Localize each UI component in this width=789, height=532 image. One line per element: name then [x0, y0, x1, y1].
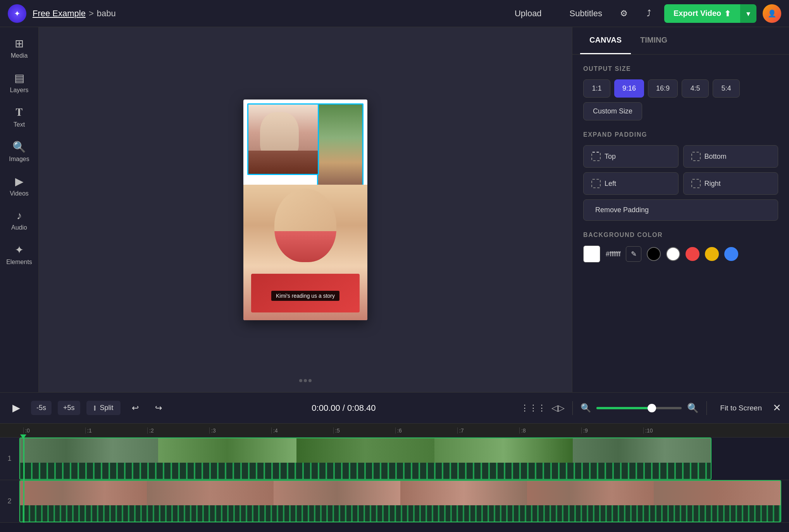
- size-btn-5-4[interactable]: 5:4: [713, 79, 740, 98]
- ruler-mark-5: :5: [333, 427, 395, 434]
- padding-left-label: Left: [605, 180, 616, 188]
- sidebar-label-text: Text: [14, 121, 25, 128]
- clip-2-waveform: [20, 505, 780, 522]
- clip-thumb-5: [573, 438, 711, 463]
- color-swatch-white[interactable]: [666, 247, 680, 261]
- ruler-mark-4: :4: [271, 427, 333, 434]
- breadcrumb-current: babu: [97, 9, 116, 19]
- split-button[interactable]: ⫿ Split: [86, 401, 121, 415]
- clip-thumb-4: [434, 438, 572, 463]
- padding-right-label: Right: [705, 180, 721, 188]
- padding-left-button[interactable]: Left: [583, 172, 679, 195]
- track-2-content: [19, 480, 789, 522]
- timeline: :0 :1 :2 :3 :4 :5 :6 :7 :8 :9 :10 1: [0, 424, 789, 532]
- tab-timing[interactable]: TIMING: [631, 27, 677, 54]
- export-dropdown-button[interactable]: ▾: [740, 4, 756, 23]
- split-label: Split: [100, 404, 114, 412]
- size-btn-1-1[interactable]: 1:1: [583, 79, 610, 98]
- sidebar-item-layers[interactable]: ▤ Layers: [2, 66, 37, 99]
- clip-thumb-2: [158, 438, 296, 463]
- video-preview[interactable]: Kimi's reading us a story: [243, 100, 367, 320]
- time-display: 0:00.00 / 0:08.40: [173, 403, 515, 413]
- text-icon: 𝐓: [16, 106, 23, 119]
- sidebar-item-videos[interactable]: ▶ Videos: [2, 170, 37, 203]
- color-swatch-red[interactable]: [686, 247, 699, 261]
- upload-button[interactable]: Upload: [508, 5, 548, 22]
- eyedropper-button[interactable]: ✎: [626, 246, 641, 262]
- export-video-button[interactable]: Export Video ⬆: [664, 4, 740, 23]
- zoom-out-button[interactable]: 🔍: [581, 403, 591, 413]
- output-size-label: OUTPUT SIZE: [583, 65, 778, 72]
- fit-to-screen-button[interactable]: Fit to Screen: [715, 401, 767, 415]
- sidebar-label-elements: Elements: [6, 259, 32, 266]
- remove-padding-label: Remove Padding: [595, 206, 649, 214]
- waveform-path-2: [20, 505, 780, 522]
- resize-handle[interactable]: [299, 379, 312, 382]
- remove-padding-button[interactable]: Remove Padding: [583, 199, 778, 221]
- settings-button[interactable]: ⚙: [615, 4, 633, 23]
- padding-top-label: Top: [605, 153, 616, 161]
- padding-bottom-button[interactable]: Bottom: [683, 145, 779, 168]
- bottom-area: ▶ -5s +5s ⫿ Split ↩ ↪ 0:00.00 / 0:08.40 …: [0, 392, 789, 532]
- ruler-mark-1: :1: [85, 427, 147, 434]
- size-btn-9-16[interactable]: 9:16: [614, 79, 644, 98]
- track-2-clip[interactable]: [19, 480, 781, 522]
- sidebar-item-audio[interactable]: ♪ Audio: [2, 204, 37, 237]
- sidebar-item-media[interactable]: ⊞ Media: [2, 32, 37, 65]
- custom-size-button[interactable]: Custom Size: [583, 102, 642, 120]
- sidebar-item-images[interactable]: 🔍 Images: [2, 135, 37, 168]
- slide-mode-icon[interactable]: ◁▷: [551, 403, 565, 413]
- color-preview[interactable]: [583, 245, 600, 263]
- sidebar-item-text[interactable]: 𝐓 Text: [2, 101, 37, 134]
- playhead[interactable]: [23, 438, 24, 523]
- user-avatar[interactable]: 👤: [763, 4, 781, 23]
- panel-tabs: CANVAS TIMING: [572, 27, 789, 55]
- track-1-content: [19, 438, 789, 480]
- track-1: 1: [0, 438, 789, 480]
- clip-thumb-baby-5: [527, 481, 654, 505]
- ripple-mode-icon[interactable]: ⋮⋮⋮: [520, 403, 546, 413]
- waveform-path-1: [20, 463, 711, 479]
- color-swatch-yellow[interactable]: [705, 247, 719, 261]
- ruler-mark-3: :3: [209, 427, 271, 434]
- total-time-value: / 0:08.40: [343, 403, 376, 413]
- share-button[interactable]: ⤴: [639, 4, 658, 23]
- padding-right-button[interactable]: Right: [683, 172, 779, 195]
- subtitle-text: Kimi's reading us a story: [276, 293, 335, 299]
- panel-canvas-content: OUTPUT SIZE 1:1 9:16 16:9 4:5 5:4 Custom…: [572, 55, 789, 273]
- clip-top-right[interactable]: [317, 103, 363, 189]
- color-swatch-black[interactable]: [647, 247, 661, 261]
- ruler-mark-2: :2: [147, 427, 209, 434]
- skip-forward-button[interactable]: +5s: [58, 401, 80, 415]
- close-timeline-button[interactable]: ✕: [773, 402, 781, 414]
- track-1-clip[interactable]: [19, 438, 711, 480]
- clip-top-left[interactable]: [247, 103, 319, 175]
- right-panel: CANVAS TIMING OUTPUT SIZE 1:1 9:16 16:9 …: [572, 27, 789, 392]
- sidebar-label-layers: Layers: [10, 87, 28, 94]
- sidebar-label-audio: Audio: [11, 224, 27, 231]
- sidebar-label-videos: Videos: [10, 190, 29, 197]
- left-sidebar: ⊞ Media ▤ Layers 𝐓 Text 🔍 Images ▶ Video…: [0, 27, 39, 392]
- timeline-tracks: 1: [0, 438, 789, 523]
- ruler-mark-6: :6: [395, 427, 457, 434]
- tab-canvas[interactable]: CANVAS: [580, 27, 631, 54]
- size-btn-4-5[interactable]: 4:5: [682, 79, 709, 98]
- breadcrumb-separator: >: [89, 9, 94, 19]
- zoom-in-button[interactable]: 🔍: [687, 403, 699, 414]
- size-btn-16-9[interactable]: 16:9: [648, 79, 678, 98]
- subtitles-button[interactable]: Subtitles: [563, 5, 608, 22]
- skip-back-button[interactable]: -5s: [31, 401, 52, 415]
- zoom-thumb[interactable]: [648, 404, 656, 412]
- padding-top-button[interactable]: Top: [583, 145, 679, 168]
- sidebar-item-elements[interactable]: ✦ Elements: [2, 238, 37, 271]
- ruler-mark-7: :7: [457, 427, 519, 434]
- breadcrumb-project[interactable]: Free Example: [33, 9, 86, 19]
- play-button[interactable]: ▶: [8, 400, 25, 417]
- clip-thumb-baby-1: [20, 481, 147, 505]
- undo-button[interactable]: ↩: [127, 400, 144, 417]
- redo-button[interactable]: ↪: [150, 400, 167, 417]
- color-swatch-blue[interactable]: [724, 247, 738, 261]
- export-icon: ⬆: [724, 9, 731, 18]
- zoom-slider[interactable]: [596, 407, 682, 409]
- clip-thumb-baby-3: [274, 481, 400, 505]
